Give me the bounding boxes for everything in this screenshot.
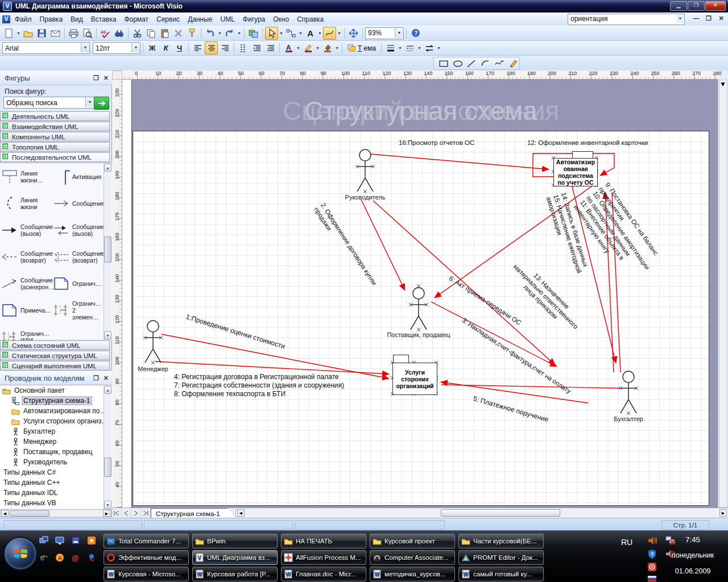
shape-constraint-note-icon[interactable]: Огранич… — [52, 270, 104, 297]
align-center-button[interactable] — [205, 41, 218, 55]
underline-button[interactable]: Ч — [173, 41, 186, 55]
switch-windows-icon[interactable] — [39, 535, 49, 546]
panel-close-icon[interactable]: ✕ — [104, 375, 109, 382]
layers-window-button[interactable] — [247, 27, 260, 40]
fill-color-dropdown-icon[interactable]: ▼ — [334, 42, 340, 54]
taskbar-button-курсовая-работа-р-[interactable]: WКурсовая работа [Р... — [192, 567, 278, 581]
menu-справка[interactable]: Справка — [293, 14, 328, 25]
stencil-статическая-структура-uml[interactable]: Статическая структура UML — [0, 351, 110, 360]
rectangle-tool-button[interactable] — [437, 57, 449, 70]
tree-item-услуги-стороних-организ-[interactable]: Услуги стороних организ… — [0, 416, 112, 426]
zoom-combo[interactable]: 93%▼ — [365, 27, 404, 39]
doc-close-button[interactable]: ✕ — [717, 15, 726, 23]
text-tool-button[interactable]: A — [304, 27, 317, 40]
taskbar-button-bpwin[interactable]: BPwin — [192, 534, 278, 548]
services-box-tab[interactable] — [393, 355, 409, 363]
shape-message-call-icon[interactable]: Сообщение (вызов) — [0, 217, 52, 243]
tree-item-основной-пакет[interactable]: Основной пакет — [0, 385, 112, 396]
text-tool-dropdown-icon[interactable]: ▼ — [317, 27, 322, 39]
page-tab[interactable]: Структурная схема-1 — [151, 508, 235, 518]
taskbar-button-allfusion-process-m-[interactable]: AllFusion Process M... — [281, 550, 366, 565]
arc-tool-button[interactable] — [479, 57, 491, 70]
stencil-схема-состояний-uml[interactable]: Схема состояний UML — [0, 340, 110, 350]
pointer-tool-dropdown-icon[interactable]: ▼ — [279, 27, 284, 39]
next-page-icon[interactable] — [131, 509, 141, 518]
shape-search-combo[interactable]: Образец поиска▼ — [3, 97, 94, 109]
mail-at-icon[interactable]: @ — [71, 552, 81, 563]
internet-explorer-icon[interactable]: e — [39, 552, 49, 563]
stencil-последовательности-uml[interactable]: Последовательности UML — [0, 152, 110, 162]
stencil-компоненты-uml[interactable]: Компоненты UML — [0, 132, 110, 142]
shape-message-async-icon[interactable]: Сообщение (асинхрон… — [0, 270, 52, 297]
stencil-топология-uml[interactable]: Топология UML — [0, 142, 110, 152]
freeform-tool-dropdown-icon[interactable]: ▼ — [337, 27, 342, 39]
menu-данные[interactable]: Данные — [184, 14, 216, 25]
doc-restore-button[interactable]: ❐ — [704, 15, 713, 23]
ru-flag-icon[interactable] — [647, 574, 657, 582]
distribute-lines-button[interactable] — [237, 41, 250, 55]
tree-item-типы-данных-idl[interactable]: Типы данных IDL — [0, 488, 112, 498]
minimize-button[interactable]: ▁ — [670, 1, 687, 11]
undo-button[interactable] — [204, 27, 217, 40]
taskbar-button-курсовой-проект[interactable]: Курсовой проект — [370, 534, 455, 548]
fill-color-button[interactable] — [321, 41, 334, 55]
copy-button[interactable] — [144, 27, 158, 40]
connector-tool-dropdown-icon[interactable]: ▼ — [298, 27, 303, 39]
panel-maximize-icon[interactable]: ❒ — [93, 375, 99, 382]
panel-hscrollbar[interactable]: ◀ ▶ — [0, 509, 111, 517]
paste-button[interactable] — [158, 27, 171, 40]
tree-item-структурная-схема-1[interactable]: Структурная схема-1 — [0, 396, 112, 406]
taskbar-button-promt-editor-док-[interactable]: PROMT Editor - Док... — [458, 550, 544, 565]
menu-сервис[interactable]: Сервис — [152, 14, 184, 25]
tree-item-типы-данных-vb[interactable]: Типы данных VB — [0, 498, 112, 508]
tree-item-менеджер[interactable]: Менеджер — [0, 436, 112, 447]
alcohol-icon[interactable]: A — [55, 552, 65, 563]
tree-item-руководитель[interactable]: Руководитель — [0, 457, 112, 467]
shape-note-icon[interactable]: Примеча… — [0, 297, 52, 323]
tree-scrollbar[interactable]: ▲ ▼ — [104, 386, 111, 509]
line-ends-button[interactable] — [423, 41, 436, 55]
tree-item-типы-данных-c++[interactable]: Типы данных C++ — [0, 477, 112, 488]
services-box[interactable]: Услуги стороних организаций — [392, 363, 437, 395]
line-pattern-dropdown-icon[interactable]: ▼ — [417, 42, 422, 54]
redo-button[interactable] — [223, 27, 236, 40]
shapes-scrollbar[interactable]: ▲ ▼ — [104, 164, 111, 339]
dialer-icon[interactable] — [86, 552, 97, 563]
show-desktop-icon[interactable] — [55, 535, 65, 546]
line-color-dropdown-icon[interactable]: ▼ — [315, 42, 320, 54]
menu-фигура[interactable]: Фигура — [239, 14, 269, 25]
print-button[interactable] — [67, 27, 80, 40]
shape-search-go-button[interactable] — [94, 97, 109, 110]
shape-message-call2-icon[interactable]: Сообщение (вызов) — [52, 217, 104, 243]
taskbar-button-uml-диаграмма-вз-[interactable]: VUML Диаграмма вз... — [192, 550, 278, 565]
save-button[interactable] — [35, 27, 48, 40]
prev-page-icon[interactable] — [122, 509, 131, 518]
pan-zoom-button[interactable] — [347, 27, 360, 40]
drawing-viewport[interactable]: Структурная схема Сценарий выполнения — [122, 80, 718, 508]
scroll-down-icon[interactable]: ▼ — [719, 80, 727, 506]
media-library-icon[interactable] — [71, 535, 81, 546]
scroll-down-icon[interactable]: ▼ — [104, 331, 111, 339]
shape-activation-icon[interactable]: Активация — [52, 163, 104, 190]
line-pattern-button[interactable] — [403, 41, 416, 55]
delete-x-button[interactable] — [172, 27, 185, 40]
new-page-button[interactable] — [2, 27, 15, 40]
open-folder-button[interactable] — [22, 27, 35, 40]
shape-message-return-icon[interactable]: Сообщение (возврат) — [0, 243, 52, 270]
redo-dropdown-icon[interactable]: ▼ — [237, 27, 242, 39]
taskbar-button-total-commander-7-[interactable]: TCTotal Commander 7... — [104, 534, 189, 548]
font-name-combo[interactable]: Arial▼ — [2, 42, 90, 54]
language-indicator[interactable]: RU — [621, 538, 632, 547]
shape-lifeline-box-icon[interactable]: Линия жизни… — [0, 163, 52, 190]
media-player-icon[interactable] — [86, 535, 97, 546]
menu-файл[interactable]: Файл — [11, 14, 36, 25]
menu-вид[interactable]: Вид — [67, 14, 87, 25]
line-weight-dropdown-icon[interactable]: ▼ — [398, 42, 403, 54]
font-size-combo[interactable]: 12пт▼ — [93, 42, 140, 54]
panel-close-icon[interactable]: ✕ — [104, 74, 109, 82]
align-left-button[interactable] — [191, 41, 204, 55]
theme-button[interactable]: Тема — [345, 41, 379, 55]
panel-maximize-icon[interactable]: ❒ — [93, 74, 99, 82]
antivirus-icon[interactable] — [647, 562, 657, 572]
help-search-input[interactable]: ориентация ▼ — [568, 14, 685, 25]
